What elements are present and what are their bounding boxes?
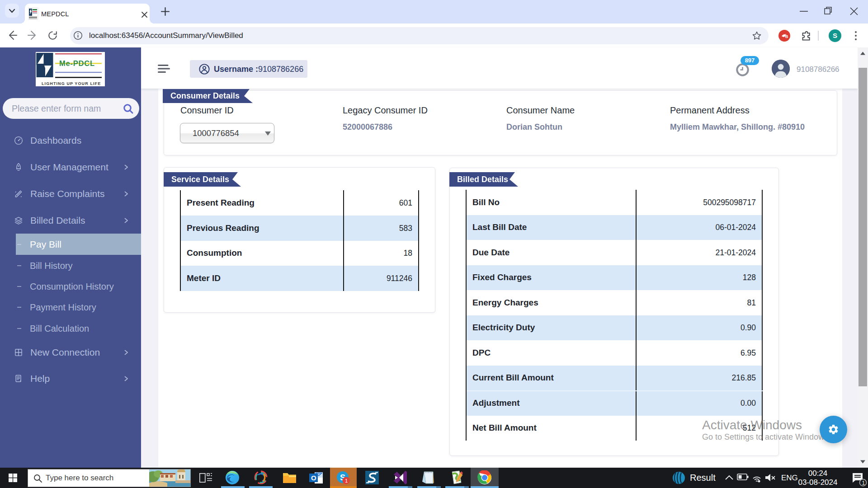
svg-text:LIGHTING UP YOUR LIFE: LIGHTING UP YOUR LIFE [42, 81, 101, 86]
svg-text:Me-PDCL: Me-PDCL [59, 59, 95, 67]
svg-text:B: B [785, 34, 788, 39]
svg-text:O: O [311, 474, 316, 482]
svg-text:1: 1 [345, 478, 348, 483]
svg-text:1: 1 [862, 480, 865, 486]
